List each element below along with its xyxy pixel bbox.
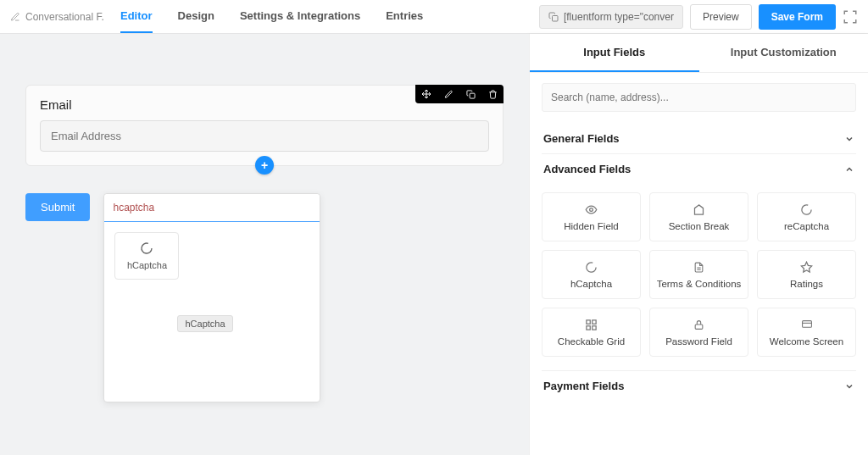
eye-icon (585, 203, 598, 217)
duplicate-icon[interactable] (459, 85, 481, 103)
star-icon (800, 261, 813, 275)
move-icon[interactable] (415, 85, 437, 103)
item-terms-conditions[interactable]: Terms & Conditions (649, 250, 748, 299)
item-password-field[interactable]: Password Field (649, 308, 748, 357)
document-icon (693, 261, 704, 275)
svg-point-2 (590, 208, 593, 212)
svg-rect-0 (552, 15, 558, 21)
svg-rect-6 (593, 326, 596, 330)
field-toolbar (415, 85, 504, 103)
advanced-field-grid: Hidden Field Section Break reCaptcha hCa… (542, 184, 856, 370)
copy-icon (548, 12, 559, 22)
section-icon (693, 203, 705, 217)
top-right: [fluentform type="conver Preview Save Fo… (539, 4, 858, 30)
result-hcaptcha[interactable]: hCaptcha (114, 232, 179, 280)
tab-editor[interactable]: Editor (120, 0, 153, 33)
tab-design[interactable]: Design (178, 0, 214, 33)
main-area: Email + Submit hCaptcha hCaptcha (0, 34, 868, 455)
screen-icon (800, 319, 814, 332)
field-search-input[interactable] (104, 194, 320, 222)
section-label: Payment Fields (543, 380, 624, 392)
tab-input-fields[interactable]: Input Fields (530, 34, 699, 72)
section-advanced-fields[interactable]: Advanced Fields (542, 153, 856, 184)
delete-icon[interactable] (481, 85, 504, 103)
chevron-up-icon (844, 164, 854, 175)
main-tabs: Editor Design Settings & Integrations En… (120, 0, 423, 33)
tab-settings[interactable]: Settings & Integrations (240, 0, 360, 33)
email-input-preview[interactable] (40, 120, 489, 152)
edit-icon[interactable] (437, 85, 459, 103)
preview-button[interactable]: Preview (690, 4, 752, 30)
svg-rect-5 (587, 326, 590, 330)
add-field-button[interactable]: + (255, 156, 274, 175)
item-checkable-grid[interactable]: Checkable Grid (542, 308, 641, 357)
submit-button[interactable]: Submit (25, 193, 90, 221)
grid-icon (585, 319, 598, 332)
section-general-fields[interactable]: General Fields (542, 124, 856, 153)
tab-input-customization[interactable]: Input Customization (699, 34, 869, 72)
svg-rect-4 (593, 320, 596, 324)
form-name-text: Conversational F... (25, 11, 103, 23)
sidebar-content: General Fields Advanced Fields Hidden Fi… (530, 73, 868, 411)
item-welcome-screen[interactable]: Welcome Screen (757, 308, 856, 357)
spinner-icon (140, 241, 153, 255)
save-button[interactable]: Save Form (759, 4, 836, 30)
submit-row: Submit hCaptcha hCaptcha (25, 193, 504, 402)
chevron-down-icon (844, 381, 854, 391)
chevron-down-icon (844, 134, 854, 144)
svg-rect-8 (802, 321, 811, 328)
form-name[interactable]: Conversational F... (10, 11, 103, 23)
result-label: hCaptcha (127, 260, 167, 270)
sidebar-search-input[interactable] (542, 83, 856, 112)
svg-rect-3 (587, 320, 590, 324)
shortcode-box[interactable]: [fluentform type="conver (539, 5, 683, 29)
top-bar: Conversational F... Editor Design Settin… (0, 0, 868, 34)
item-ratings[interactable]: Ratings (757, 250, 856, 299)
spinner-icon (585, 261, 598, 275)
sidebar: Input Fields Input Customization General… (529, 34, 868, 455)
spinner-icon (800, 203, 813, 217)
shortcode-text: [fluentform type="conver (564, 11, 674, 23)
item-hidden-field[interactable]: Hidden Field (542, 192, 641, 241)
fullscreen-icon[interactable] (843, 9, 858, 25)
svg-rect-7 (695, 325, 703, 329)
canvas-area: Email + Submit hCaptcha hCaptcha (0, 34, 529, 455)
field-search-popover: hCaptcha hCaptcha (103, 193, 320, 402)
pencil-icon (10, 12, 20, 22)
section-payment-fields[interactable]: Payment Fields (542, 370, 856, 401)
item-hcaptcha[interactable]: hCaptcha (542, 250, 641, 299)
section-label: General Fields (543, 132, 620, 145)
email-field-card[interactable]: Email + (25, 85, 504, 166)
result-tooltip: hCaptcha (177, 315, 232, 332)
sidebar-tabs: Input Fields Input Customization (530, 34, 868, 73)
item-section-break[interactable]: Section Break (649, 192, 748, 241)
item-recaptcha[interactable]: reCaptcha (757, 192, 856, 241)
search-results: hCaptcha hCaptcha (104, 232, 320, 402)
svg-rect-1 (470, 93, 475, 98)
section-label: Advanced Fields (543, 163, 631, 175)
lock-icon (693, 319, 704, 332)
tab-entries[interactable]: Entries (386, 0, 423, 33)
